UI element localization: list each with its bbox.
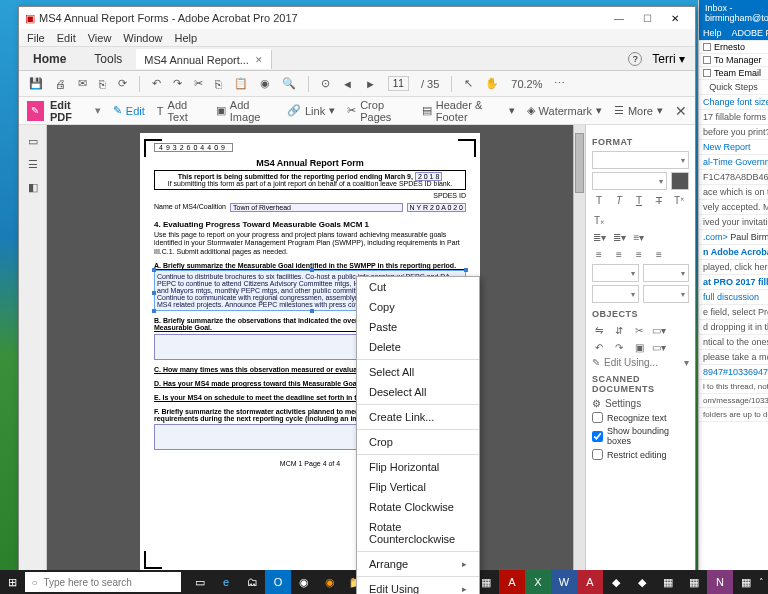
link-button[interactable]: 🔗Link▾ <box>287 104 335 117</box>
scale[interactable]: ▾ <box>643 285 690 303</box>
header-footer-button[interactable]: ▤Header & Footer▾ <box>422 99 515 123</box>
align-right-icon[interactable]: ≡ <box>632 247 646 261</box>
tray-up-icon[interactable]: ˄ <box>759 577 764 587</box>
app6-icon[interactable]: ▦ <box>681 570 707 594</box>
undo-icon[interactable]: ↶ <box>152 77 161 90</box>
ctx-create-link[interactable]: Create Link... <box>357 407 479 427</box>
rotate-ccw-icon[interactable]: ↶ <box>592 340 606 354</box>
menu-view[interactable]: View <box>88 32 112 44</box>
tab-close-icon[interactable]: ✕ <box>255 55 263 65</box>
flip-v-icon[interactable]: ⇵ <box>612 323 626 337</box>
replace-image-icon[interactable]: ▣ <box>632 340 646 354</box>
outlook-help[interactable]: Help <box>703 28 722 38</box>
bookmarks-icon[interactable]: ☰ <box>28 158 38 171</box>
menu-file[interactable]: File <box>27 32 45 44</box>
ctx-arrange[interactable]: Arrange▸ <box>357 554 479 574</box>
page-up-icon[interactable]: ⊙ <box>321 77 330 90</box>
menu-edit[interactable]: Edit <box>57 32 76 44</box>
ctx-cut[interactable]: Cut <box>357 277 479 297</box>
document-area[interactable]: 4932604409 MS4 Annual Report Form This r… <box>47 125 573 575</box>
help-icon[interactable]: ? <box>628 52 642 66</box>
more-button[interactable]: ☰More▾ <box>614 104 663 117</box>
ctx-paste[interactable]: Paste <box>357 317 479 337</box>
app5-icon[interactable]: ◆ <box>629 570 655 594</box>
ctx-rotate-cw[interactable]: Rotate Clockwise <box>357 497 479 517</box>
font-color-swatch[interactable] <box>671 172 689 190</box>
selection-tool-icon[interactable]: ↖ <box>464 77 473 90</box>
watermark-button[interactable]: ◈Watermark▾ <box>527 104 602 117</box>
find-icon[interactable]: 🔍 <box>282 77 296 90</box>
more-tools-icon[interactable]: ⋯ <box>554 77 565 90</box>
excel-icon[interactable]: X <box>525 570 551 594</box>
char-spacing[interactable]: ▾ <box>592 285 639 303</box>
chrome-icon[interactable]: ◉ <box>291 570 317 594</box>
save-icon[interactable]: 💾 <box>29 77 43 90</box>
menu-help[interactable]: Help <box>174 32 197 44</box>
paragraph-spacing-2[interactable]: ▾ <box>643 264 690 282</box>
export-icon[interactable]: ⎘ <box>99 78 106 90</box>
arrange-icon[interactable]: ▭▾ <box>652 323 666 337</box>
font-family-select[interactable]: ▾ <box>592 151 689 169</box>
subscript-icon[interactable]: Tₓ <box>592 213 606 227</box>
menu-window[interactable]: Window <box>123 32 162 44</box>
thumbnails-icon[interactable]: ▭ <box>28 135 38 148</box>
ctx-rotate-ccw[interactable]: Rotate Counterclockwise <box>357 517 479 549</box>
ctx-edit-using[interactable]: Edit Using▸ <box>357 579 479 594</box>
paste-icon[interactable]: 📋 <box>234 77 248 90</box>
align-justify-icon[interactable]: ≡ <box>652 247 666 261</box>
strike-icon[interactable]: T̶ <box>652 193 666 207</box>
ctx-copy[interactable]: Copy <box>357 297 479 317</box>
print-icon[interactable]: 🖨 <box>55 78 66 90</box>
crop-pages-button[interactable]: ✂Crop Pages <box>347 99 410 123</box>
onenote-icon[interactable]: N <box>707 570 733 594</box>
taskbar-search[interactable]: ○ Type here to search <box>25 572 181 592</box>
tab-tools[interactable]: Tools <box>80 48 136 70</box>
redo-icon[interactable]: ↷ <box>173 77 182 90</box>
paragraph-spacing-1[interactable]: ▾ <box>592 264 639 282</box>
align-objects-icon[interactable]: ▭▾ <box>652 340 666 354</box>
copy-icon[interactable]: ⎘ <box>215 78 222 90</box>
email-icon[interactable]: ✉ <box>78 77 87 90</box>
ctx-select-all[interactable]: Select All <box>357 362 479 382</box>
app7-icon[interactable]: ▦ <box>733 570 759 594</box>
add-image-button[interactable]: ▣Add Image <box>216 99 275 123</box>
font-size-select[interactable]: ▾ <box>592 172 667 190</box>
edit-button[interactable]: ✎Edit <box>113 104 145 117</box>
start-button[interactable]: ⊞ <box>0 570 25 594</box>
underline-icon[interactable]: T <box>632 193 646 207</box>
next-page-icon[interactable]: ► <box>365 78 376 90</box>
minimize-button[interactable]: — <box>605 11 633 25</box>
ctx-flip-vertical[interactable]: Flip Vertical <box>357 477 479 497</box>
explorer-icon[interactable]: 🗂 <box>239 570 265 594</box>
calculator-icon[interactable]: ▦ <box>655 570 681 594</box>
maximize-button[interactable]: ☐ <box>633 11 661 25</box>
autocad-icon[interactable]: A <box>577 570 603 594</box>
superscript-icon[interactable]: Tˣ <box>672 193 686 207</box>
ctx-deselect-all[interactable]: Deselect All <box>357 382 479 402</box>
firefox-icon[interactable]: ◉ <box>317 570 343 594</box>
settings-button[interactable]: ⚙Settings <box>592 398 689 409</box>
flip-h-icon[interactable]: ⇋ <box>592 323 606 337</box>
refresh-icon[interactable]: ⟳ <box>118 77 127 90</box>
word-icon[interactable]: W <box>551 570 577 594</box>
restrict-editing-checkbox[interactable]: Restrict editing <box>592 449 689 460</box>
tab-document[interactable]: MS4 Annual Report...✕ <box>136 49 272 69</box>
tab-home[interactable]: Home <box>19 48 80 70</box>
acrobat-taskbar-icon[interactable]: A <box>499 570 525 594</box>
cut-icon[interactable]: ✂ <box>194 77 203 90</box>
rotate-cw-icon[interactable]: ↷ <box>612 340 626 354</box>
outlook-icon[interactable]: O <box>265 570 291 594</box>
zoom-level[interactable]: 70.2% <box>511 78 542 90</box>
outlook-adobe-tab[interactable]: ADOBE PD <box>732 28 768 38</box>
align-center-icon[interactable]: ≡ <box>612 247 626 261</box>
snapshot-icon[interactable]: ◉ <box>260 77 270 90</box>
crop-icon[interactable]: ✂ <box>632 323 646 337</box>
ctx-delete[interactable]: Delete <box>357 337 479 357</box>
number-list-icon[interactable]: ≣▾ <box>612 230 626 244</box>
ctx-crop[interactable]: Crop <box>357 432 479 452</box>
add-text-button[interactable]: TAdd Text <box>157 99 204 123</box>
bullet-list-icon[interactable]: ≣▾ <box>592 230 606 244</box>
hand-tool-icon[interactable]: ✋ <box>485 77 499 90</box>
ctx-flip-horizontal[interactable]: Flip Horizontal <box>357 457 479 477</box>
taskview-icon[interactable]: ▭ <box>187 570 213 594</box>
